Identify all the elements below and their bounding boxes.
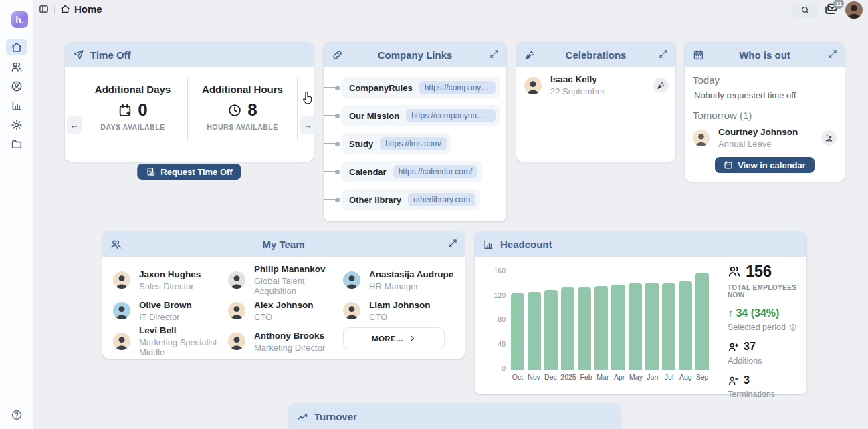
notifications-button[interactable]: 11 [824, 2, 840, 18]
link-url-chip[interactable]: https://companynamerules.com/ [419, 81, 496, 94]
drag-handle[interactable] [324, 199, 338, 200]
headcount-bar[interactable] [561, 287, 574, 370]
headcount-bar[interactable] [528, 292, 541, 370]
carousel-next-button[interactable]: → [300, 116, 315, 134]
y-tick-label: 120 [494, 292, 506, 299]
time-off-header[interactable]: Time Off [65, 42, 314, 67]
headcount-bar[interactable] [629, 283, 642, 370]
member-role: Marketing Specialist - Middle [139, 337, 224, 358]
headcount-bar[interactable] [594, 286, 608, 370]
person-name: Courtney Johnson [718, 127, 812, 137]
view-in-calendar-button[interactable]: View in calendar [715, 157, 815, 173]
folder-icon [11, 138, 23, 150]
team-member[interactable]: Levi Bell Marketing Specialist - Middle [113, 326, 224, 357]
expand-icon[interactable] [490, 49, 499, 59]
headcount-chart: 16012080400 OctNovDec2025FebMarAprMayJun… [494, 266, 709, 381]
company-link-row: Calendar https://calendar.com/ [324, 161, 506, 182]
celebrate-button[interactable] [653, 78, 669, 93]
sidebar-item-home[interactable] [6, 39, 27, 55]
x-tick-label: Aug [679, 373, 692, 381]
team-member[interactable]: Liam Johnson CTO [343, 295, 454, 326]
leave-type: Annual Leave [718, 139, 812, 149]
x-tick-label: Mar [596, 373, 609, 381]
y-tick-label: 0 [502, 365, 506, 372]
team-member[interactable]: Philip Manankov Global Talent Acquisitio… [228, 265, 339, 295]
headcount-bar[interactable] [511, 293, 524, 370]
who-is-out-header[interactable]: Who is out [685, 42, 845, 67]
view-button-label: View in calendar [738, 160, 806, 170]
headcount-bar[interactable] [611, 285, 625, 370]
team-member[interactable]: Jaxon Hughes Sales Director [113, 265, 224, 295]
balance-label: Additional Days [81, 84, 185, 95]
paper-plane-icon [73, 49, 84, 61]
terminations-label: Terminations [728, 390, 802, 399]
app-logo[interactable]: h. [11, 11, 28, 28]
expand-icon[interactable] [828, 49, 837, 59]
drag-handle[interactable] [324, 87, 338, 88]
celebration-item[interactable]: Isaac Kelly 22 September [524, 74, 669, 96]
headcount-bar[interactable] [679, 281, 692, 370]
balance-value: 0 [138, 100, 147, 120]
request-time-off-button[interactable]: Request Time Off [137, 164, 241, 180]
info-icon[interactable] [789, 323, 797, 331]
company-link[interactable]: Study https://lms.com/ [341, 133, 451, 154]
sidebar-item-profile[interactable] [6, 78, 27, 94]
user-avatar[interactable] [845, 1, 863, 19]
sidebar-item-files[interactable] [6, 136, 27, 152]
headcount-bar[interactable] [544, 290, 558, 370]
y-tick-label: 40 [498, 341, 506, 347]
x-tick-label: Jul [663, 373, 676, 381]
user-circle-icon [11, 80, 23, 92]
search-button[interactable] [792, 3, 819, 18]
company-link[interactable]: Our Mission https://companynamemission.c… [341, 105, 500, 126]
avatar [113, 333, 130, 350]
request-document-icon [146, 167, 156, 177]
my-team-header[interactable]: My Team [102, 231, 465, 257]
member-name: Alex Johnson [254, 300, 314, 310]
sidebar-item-analytics[interactable] [6, 97, 27, 114]
drag-handle[interactable] [324, 115, 338, 116]
request-button-label: Request Time Off [160, 167, 232, 177]
team-member[interactable]: Anastasija Audrupe HR Manager [343, 265, 454, 295]
expand-icon[interactable] [448, 239, 457, 248]
company-link[interactable]: Other library otherlibrary.com [341, 189, 480, 210]
avatar [113, 302, 130, 319]
headcount-bar[interactable] [662, 283, 675, 370]
leave-item[interactable]: Courtney Johnson Annual Leave [693, 127, 837, 149]
calendar-icon [724, 160, 733, 170]
turnover-header[interactable]: Turnover [289, 404, 621, 429]
member-role: HR Manager [369, 281, 453, 291]
team-member[interactable]: Anthony Brooks Marketing Director [228, 326, 339, 357]
team-member[interactable]: Alex Johnson CTO [228, 295, 339, 326]
company-link[interactable]: Calendar https://calendar.com/ [341, 161, 482, 182]
expand-icon[interactable] [659, 49, 668, 59]
headcount-header[interactable]: Headcount [475, 231, 806, 257]
link-label: Calendar [349, 167, 387, 177]
member-name: Anthony Brooks [254, 331, 325, 341]
celebrations-header[interactable]: Celebrations [516, 42, 675, 67]
drag-handle[interactable] [324, 143, 338, 144]
total-employees-value: 156 [746, 262, 772, 281]
company-link[interactable]: CompanyRules https://companynamerules.co… [341, 77, 500, 98]
help-button[interactable] [11, 409, 23, 421]
x-tick-label: Dec [544, 373, 558, 381]
more-button[interactable]: MORE... [343, 327, 445, 349]
company-links-header[interactable]: Company Links [324, 42, 506, 67]
member-role: IT Director [139, 312, 192, 322]
x-tick-label: Jun [646, 373, 659, 381]
sidebar-item-people[interactable] [6, 58, 27, 75]
link-url-chip[interactable]: otherlibrary.com [408, 193, 475, 206]
link-url-chip[interactable]: https://lms.com/ [380, 137, 447, 150]
panel-toggle-icon[interactable] [39, 4, 49, 14]
link-url-chip[interactable]: https://companynamemission.co... [406, 109, 496, 122]
headcount-bar[interactable] [695, 273, 709, 370]
link-url-chip[interactable]: https://calendar.com/ [393, 165, 478, 178]
sidebar-item-settings[interactable] [6, 116, 27, 133]
team-member[interactable]: Olive Brown IT Director [113, 295, 224, 326]
headcount-plot [511, 269, 709, 370]
headcount-bar[interactable] [645, 283, 659, 370]
drag-handle[interactable] [324, 171, 338, 172]
headcount-bar[interactable] [578, 287, 591, 370]
arrow-up-icon: ↑ [728, 307, 733, 319]
balance-caption: DAYS AVAILABLE [81, 123, 185, 131]
